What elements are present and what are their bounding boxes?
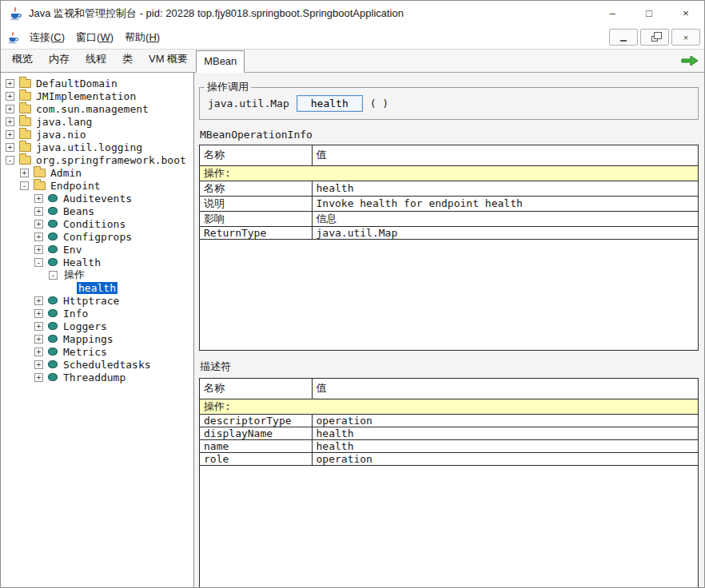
tree-label: Auditevents [62,193,133,205]
expand-handle-icon[interactable]: + [34,194,43,203]
mbean-icon [48,232,58,240]
tree-item-Beans[interactable]: +Beans [1,205,193,217]
expand-handle-icon[interactable]: + [34,232,43,241]
expand-handle-icon[interactable]: + [6,143,14,152]
tab-类[interactable]: 类 [114,47,141,72]
tree-item-java.nio[interactable]: +java.nio [1,128,193,141]
folder-icon [34,181,46,190]
collapse-handle-icon[interactable]: - [6,156,14,165]
collapse-handle-icon[interactable]: - [49,271,58,280]
tree-item-java.lang[interactable]: +java.lang [1,115,193,128]
column-header[interactable]: 名称 [200,379,312,399]
frame-minimize-button[interactable] [609,29,638,46]
health-operation-button[interactable]: health [297,95,363,112]
descriptor-table: 名称值操作:descriptorTypeoperationdisplayName… [199,378,699,587]
expand-handle-icon[interactable]: + [34,309,43,318]
mbean-detail-panel: 操作调用 java.util.Map health ( ) MBeanOpera… [194,73,704,587]
tree-item-com.sun.management[interactable]: +com.sun.management [1,102,193,115]
tree-item-Scheduledtasks[interactable]: +Scheduledtasks [1,358,193,371]
minimize-icon [620,36,627,42]
close-button[interactable]: × [667,1,704,26]
menu-item-H[interactable]: 帮助(H) [119,27,165,48]
tree-item-Endpoint[interactable]: -Endpoint [1,179,193,192]
tree-item-Info[interactable]: +Info [1,307,193,320]
table-row-名称[interactable]: 名称health [200,181,698,196]
tab-概览[interactable]: 概览 [4,47,41,72]
menu-bar: 连接(C)窗口(W)帮助(H) × [1,26,704,50]
operation-invoke-row: java.util.Map health ( ) [200,94,698,117]
expand-handle-icon[interactable]: + [34,207,43,216]
expand-handle-icon[interactable]: + [34,360,43,369]
tree-item-Configprops[interactable]: +Configprops [1,230,193,243]
tree-label: Endpoint [49,180,102,192]
mbean-icon [48,360,58,368]
tree-item-java.util.logging[interactable]: +java.util.logging [1,141,193,153]
tree-label: DefaultDomain [34,77,119,89]
column-header[interactable]: 名称 [200,145,312,165]
tree-item-org.springframework.boot[interactable]: -org.springframework.boot [1,153,193,166]
tree-item-Loggers[interactable]: +Loggers [1,320,193,332]
maximize-button[interactable]: □ [631,1,667,26]
menu-item-C[interactable]: 连接(C) [24,27,70,48]
folder-icon [19,130,31,139]
expand-handle-icon[interactable]: + [34,296,43,305]
minimize-button[interactable]: – [594,1,631,26]
tree-item-Httptrace[interactable]: +Httptrace [1,294,193,307]
tree-label: Loggers [62,320,109,332]
expand-handle-icon[interactable]: + [6,117,14,126]
tab-VM-概要[interactable]: VM 概要 [141,47,196,72]
table-row-ReturnType[interactable]: ReturnTypejava.util.Map [200,226,698,239]
mbean-icon [48,322,58,330]
collapse-handle-icon[interactable]: - [20,181,29,190]
column-header[interactable]: 值 [312,145,698,165]
column-header[interactable]: 值 [312,379,698,399]
table-row-影响[interactable]: 影响信息 [200,211,698,226]
table-row-role[interactable]: roleoperation [200,452,698,465]
tab-线程[interactable]: 线程 [78,47,114,72]
mbean-icon [48,245,58,253]
mbean-icon [48,207,58,215]
group-row[interactable]: 操作: [200,165,698,181]
expand-handle-icon[interactable]: + [6,79,14,88]
expand-handle-icon[interactable]: + [34,245,43,254]
tree-item-Env[interactable]: +Env [1,243,193,256]
frame-close-button[interactable]: × [671,29,700,46]
tree-label: Env [62,244,83,256]
java-logo-icon [8,6,22,21]
table-row-descriptorType[interactable]: descriptorTypeoperation [200,414,698,427]
expand-handle-icon[interactable]: + [20,169,29,177]
tree-item-操作[interactable]: -操作 [1,268,193,281]
expand-handle-icon[interactable]: + [34,335,43,344]
folder-icon [19,117,31,126]
expand-handle-icon[interactable]: + [34,322,43,331]
tree-item-Conditions[interactable]: +Conditions [1,217,193,230]
tree-item-health[interactable]: health [1,281,193,294]
table-row-name[interactable]: namehealth [200,439,698,452]
tree-item-JMImplementation[interactable]: +JMImplementation [1,89,193,102]
folder-icon [19,156,31,165]
tree-item-Health[interactable]: -Health [1,256,193,268]
tabs: 概览内存线程类VM 概要MBean [4,47,245,72]
expand-handle-icon[interactable]: + [34,348,43,356]
menu-item-W[interactable]: 窗口(W) [70,27,119,48]
table-row-displayName[interactable]: displayNamehealth [200,427,698,439]
table-row-说明[interactable]: 说明Invoke health for endpoint health [200,196,698,211]
group-row[interactable]: 操作: [200,399,698,414]
descriptor-title: 描述符 [200,360,699,374]
tree-item-DefaultDomain[interactable]: +DefaultDomain [1,77,193,89]
expand-handle-icon[interactable]: + [6,92,14,101]
expand-handle-icon[interactable]: + [6,130,14,139]
tree-item-Auditevents[interactable]: +Auditevents [1,192,193,205]
expand-handle-icon[interactable]: + [34,373,43,382]
tab-MBean[interactable]: MBean [196,50,245,73]
tree-item-Threaddump[interactable]: +Threaddump [1,371,193,383]
tab-内存[interactable]: 内存 [41,47,78,72]
collapse-handle-icon[interactable]: - [34,258,43,267]
tree-item-Admin[interactable]: +Admin [1,166,193,179]
frame-restore-button[interactable] [640,29,669,46]
tree-item-Mappings[interactable]: +Mappings [1,332,193,345]
operation-signature: ( ) [370,97,388,109]
expand-handle-icon[interactable]: + [6,105,14,113]
tree-item-Metrics[interactable]: +Metrics [1,345,193,358]
expand-handle-icon[interactable]: + [34,220,43,228]
